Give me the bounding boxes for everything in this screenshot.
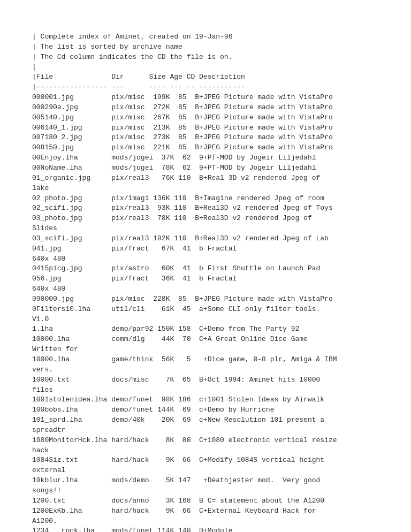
file-listing: | Complete index of Aminet, created on 1… bbox=[32, 32, 379, 532]
